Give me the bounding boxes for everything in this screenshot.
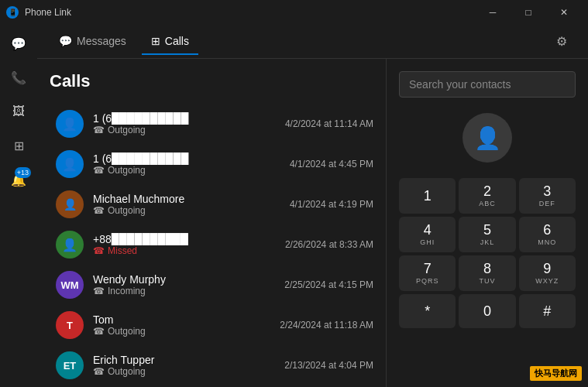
- sidebar-item-messages[interactable]: 💬: [3, 28, 34, 59]
- call-time: 4/1/2024 at 4:19 PM: [290, 199, 373, 210]
- call-direction: ☎ Outgoing: [93, 326, 270, 337]
- direction-icon: ☎: [93, 165, 105, 176]
- dial-letters: JKL: [480, 238, 495, 246]
- dial-button-9[interactable]: 9 WXYZ: [519, 255, 576, 291]
- sidebar-item-apps[interactable]: ⊞: [3, 130, 34, 161]
- direction-label: Outgoing: [108, 165, 146, 176]
- tab-messages[interactable]: 💬 Messages: [50, 29, 136, 55]
- dial-letters: ABC: [479, 200, 496, 207]
- minimize-button[interactable]: ─: [475, 0, 511, 25]
- dial-number: 4: [424, 223, 432, 237]
- content-area: 💬 Messages ⊞ Calls ⚙ Calls 👤 1 (6███████…: [37, 25, 588, 387]
- dial-button-2[interactable]: 2 ABC: [459, 178, 515, 214]
- window-controls: ─ □ ✕: [475, 0, 582, 25]
- dial-letters: WXYZ: [535, 277, 559, 285]
- person-icon: 👤: [474, 125, 501, 151]
- dial-button-3[interactable]: 3 DEF: [519, 178, 576, 214]
- call-name: Michael Muchmore: [93, 193, 280, 205]
- restore-button[interactable]: □: [511, 0, 546, 25]
- call-time: 4/2/2024 at 11:14 AM: [285, 118, 373, 129]
- call-info: 1 (6██████████ ☎ Outgoing: [93, 112, 276, 135]
- call-avatar: ET: [56, 351, 84, 379]
- call-avatar: T: [56, 311, 84, 339]
- dial-letters: DEF: [539, 200, 555, 207]
- direction-label: Outgoing: [108, 366, 146, 377]
- messages-tab-icon: 💬: [59, 35, 72, 47]
- call-info: Wendy Murphy ☎ Incoming: [93, 273, 275, 296]
- tab-calls[interactable]: ⊞ Calls: [142, 29, 198, 55]
- dial-number: 6: [543, 223, 551, 237]
- calls-icon: 📞: [11, 70, 26, 85]
- call-direction: ☎ Outgoing: [93, 366, 275, 377]
- call-item[interactable]: T Tom ☎ Outgoing 2/24/2024 at 11:18 AM: [50, 305, 380, 345]
- dial-number: 9: [543, 262, 551, 276]
- dial-letters: PQRS: [416, 277, 439, 285]
- dial-number: *: [425, 304, 430, 318]
- call-name: 1 (6██████████: [93, 112, 276, 125]
- settings-button[interactable]: ⚙: [548, 28, 576, 56]
- titlebar: 📱 Phone Link ─ □ ✕: [0, 0, 588, 25]
- notifications-badge: +13: [15, 167, 31, 178]
- sidebar-item-calls[interactable]: 📞: [3, 62, 34, 93]
- dial-button-8[interactable]: 8 TUV: [459, 255, 515, 291]
- direction-label: Outgoing: [108, 125, 146, 135]
- calls-title: Calls: [50, 71, 380, 91]
- call-item[interactable]: 👤 +88██████████ ☎ Missed 2/26/2024 at 8:…: [50, 224, 380, 265]
- call-time: 2/26/2024 at 8:33 AM: [285, 239, 373, 250]
- dial-button-6[interactable]: 6 MNO: [519, 217, 576, 252]
- app-title: Phone Link: [25, 7, 71, 18]
- close-button[interactable]: ✕: [546, 0, 582, 25]
- calls-panel: Calls 👤 1 (6██████████ ☎ Outgoing 4/2/20…: [37, 59, 387, 387]
- calls-tab-label: Calls: [165, 35, 189, 47]
- direction-icon: ☎: [93, 286, 105, 296]
- call-item[interactable]: WM Wendy Murphy ☎ Incoming 2/25/2024 at …: [50, 265, 380, 305]
- dial-button-7[interactable]: 7 PQRS: [399, 255, 456, 291]
- call-name: Tom: [93, 313, 270, 326]
- apps-icon: ⊞: [14, 139, 24, 153]
- settings-icon: ⚙: [556, 34, 567, 49]
- direction-icon: ☎: [93, 245, 105, 256]
- direction-label: Missed: [108, 245, 137, 256]
- call-direction: ☎ Outgoing: [93, 205, 280, 216]
- sidebar-item-photos[interactable]: 🖼: [3, 96, 34, 127]
- call-name: Erich Tupper: [93, 354, 275, 366]
- sidebar-item-notifications[interactable]: 🔔 +13: [3, 164, 34, 195]
- calls-tab-icon: ⊞: [151, 35, 160, 47]
- call-time: 4/1/2024 at 4:45 PM: [290, 159, 373, 170]
- direction-label: Outgoing: [108, 205, 146, 216]
- call-info: Michael Muchmore ☎ Outgoing: [93, 193, 280, 216]
- call-direction: ☎ Outgoing: [93, 125, 276, 135]
- sidebar: 💬 📞 🖼 ⊞ 🔔 +13: [0, 25, 37, 387]
- direction-icon: ☎: [93, 205, 105, 216]
- main-panels: Calls 👤 1 (6██████████ ☎ Outgoing 4/2/20…: [37, 59, 588, 387]
- call-avatar: 👤: [56, 150, 84, 178]
- call-info: +88██████████ ☎ Missed: [93, 233, 276, 256]
- call-direction: ☎ Incoming: [93, 286, 275, 296]
- call-name: 1 (6██████████: [93, 152, 280, 165]
- call-name: Wendy Murphy: [93, 273, 275, 286]
- call-info: 1 (6██████████ ☎ Outgoing: [93, 152, 280, 176]
- call-item[interactable]: ET Erich Tupper ☎ Outgoing 2/13/2024 at …: [50, 345, 380, 385]
- dial-button-#[interactable]: #: [519, 294, 576, 328]
- call-time: 2/25/2024 at 4:15 PM: [284, 279, 373, 290]
- dial-button-4[interactable]: 4 GHI: [399, 217, 456, 252]
- dial-button-5[interactable]: 5 JKL: [459, 217, 515, 252]
- direction-icon: ☎: [93, 125, 105, 135]
- dialpad-grid: 1 2 ABC 3 DEF 4 GHI 5 JKL 6 MNO 7 PQRS 8…: [399, 178, 576, 328]
- call-info: Tom ☎ Outgoing: [93, 313, 270, 337]
- dial-number: 3: [543, 184, 551, 198]
- call-info: Erich Tupper ☎ Outgoing: [93, 354, 275, 377]
- call-avatar: 👤: [56, 190, 84, 218]
- dial-button-0[interactable]: 0: [459, 294, 515, 328]
- call-item[interactable]: 👤 1 (6██████████ ☎ Outgoing 4/1/2024 at …: [50, 144, 380, 184]
- dial-button-*[interactable]: *: [399, 294, 456, 328]
- search-input[interactable]: [399, 71, 576, 98]
- call-item[interactable]: 👤 1 (6██████████ ☎ Outgoing 4/2/2024 at …: [50, 104, 380, 144]
- messages-tab-label: Messages: [77, 35, 126, 47]
- call-item[interactable]: 👤 Michael Muchmore ☎ Outgoing 4/1/2024 a…: [50, 184, 380, 224]
- dialpad-panel: 👤 1 2 ABC 3 DEF 4 GHI 5 JKL 6 MNO 7 PQRS…: [387, 59, 588, 387]
- watermark: 快马导航网: [530, 366, 582, 381]
- direction-label: Outgoing: [108, 326, 146, 337]
- dial-letters: TUV: [479, 277, 495, 285]
- dial-button-1[interactable]: 1: [399, 178, 456, 214]
